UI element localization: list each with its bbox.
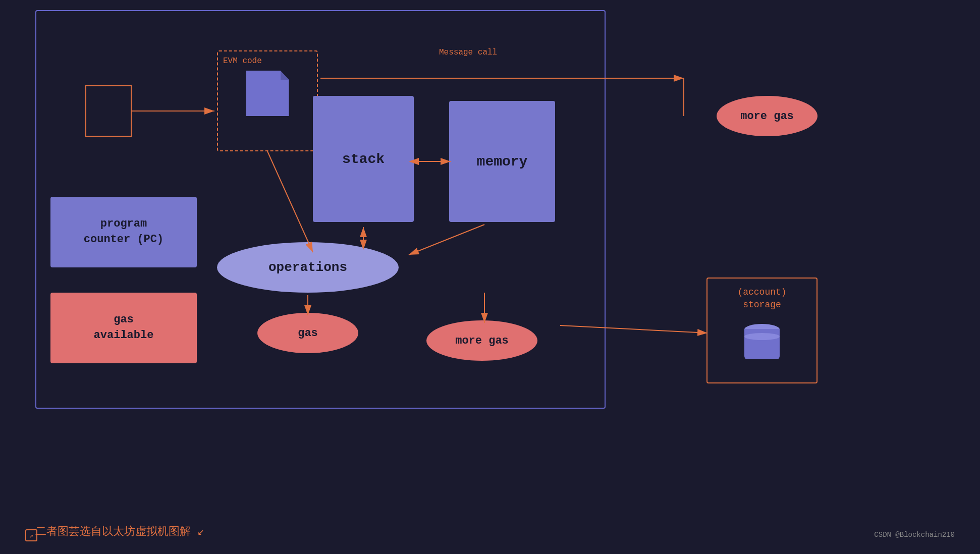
more-gas-ellipse-right: more gas xyxy=(426,320,537,361)
evm-code-box: EVM code xyxy=(217,50,318,151)
memory-label: memory xyxy=(477,154,528,170)
more-gas-ellipse-top: more gas xyxy=(717,96,818,136)
evm-code-icon xyxy=(246,71,289,116)
operations-ellipse: operations xyxy=(217,242,399,293)
account-storage-box: (account)storage xyxy=(706,278,818,383)
gas-available-box: gasavailable xyxy=(50,293,197,363)
account-storage-label: (account)storage xyxy=(737,286,786,311)
gas-available-label: gasavailable xyxy=(94,312,154,344)
memory-box: memory xyxy=(449,101,555,222)
csdn-attribution: CSDN @Blockchain210 xyxy=(874,531,955,539)
more-gas-right-label: more gas xyxy=(455,335,509,347)
more-gas-top-label: more gas xyxy=(740,110,794,123)
database-icon xyxy=(742,319,782,359)
gas-ellipse: gas xyxy=(257,313,358,353)
stack-box: stack xyxy=(313,96,414,222)
gas-label: gas xyxy=(298,327,318,340)
evm-code-label: EVM code xyxy=(223,57,262,66)
program-counter-box: programcounter (PC) xyxy=(50,197,197,267)
stack-label: stack xyxy=(342,151,385,167)
operations-label: operations xyxy=(268,260,347,275)
bottom-caption: 二者图芸选自以太坊虚拟机图解 ↙ xyxy=(35,524,204,539)
message-call-text: Message call xyxy=(439,48,497,57)
program-counter-label: programcounter (PC) xyxy=(84,216,164,248)
cylinder-mid xyxy=(744,333,780,340)
